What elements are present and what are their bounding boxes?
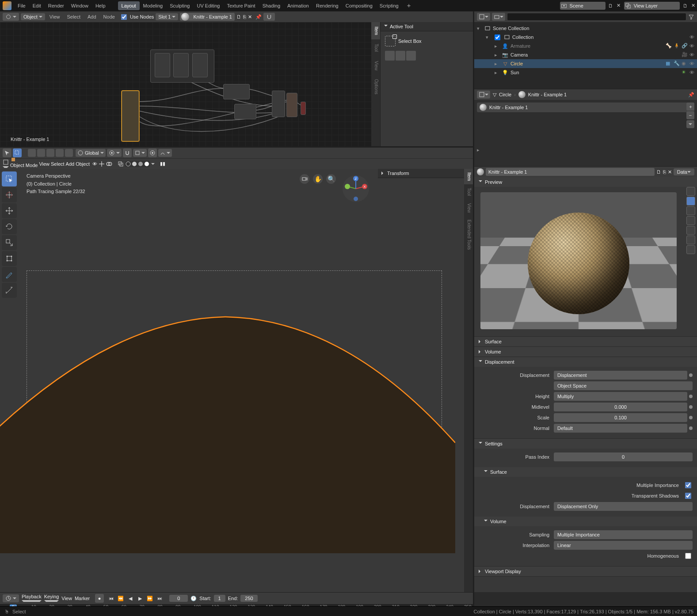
visibility-icon[interactable]: 👁	[689, 70, 694, 75]
collection-enable[interactable]	[495, 34, 500, 40]
preview-shaderball[interactable]	[686, 226, 695, 235]
socket-icon[interactable]	[689, 395, 693, 398]
select-mode-1[interactable]	[28, 149, 36, 157]
material-unlink-icon[interactable]: ✕	[248, 14, 252, 20]
vp-menu-select[interactable]: Select	[51, 161, 65, 167]
subsection-volume[interactable]: Volume	[474, 517, 697, 526]
node-menu-select[interactable]: Select	[64, 13, 83, 20]
tab-view[interactable]: View	[371, 57, 380, 75]
node[interactable]	[173, 53, 189, 77]
material-browse-icon[interactable]: 🗋	[236, 14, 241, 19]
material-icon[interactable]: ◉	[682, 61, 688, 67]
timeline-menu-keying[interactable]: Keying	[44, 594, 59, 603]
socket-icon[interactable]	[689, 416, 693, 419]
workspace-tab-uv[interactable]: UV Editing	[193, 1, 223, 10]
section-header-viewport-display[interactable]: Viewport Display	[474, 567, 697, 576]
tool-select-box[interactable]	[2, 171, 17, 186]
viewlayer-delete-icon[interactable]: ✕	[689, 2, 697, 9]
end-frame-field[interactable]: 250	[240, 595, 257, 602]
outliner-search[interactable]	[507, 13, 686, 21]
tool-transform[interactable]	[2, 251, 17, 266]
shading-popover[interactable]	[151, 162, 155, 166]
editor-type-selector[interactable]	[3, 13, 19, 21]
multiple-importance-checkbox[interactable]	[685, 482, 691, 488]
node[interactable]	[192, 53, 208, 77]
select-mode-set[interactable]	[385, 51, 395, 61]
jump-end-icon[interactable]: ⏭	[155, 594, 164, 603]
proportional-type[interactable]	[158, 149, 172, 157]
workspace-tab-layout[interactable]: Layout	[118, 1, 140, 10]
displacement-node-link[interactable]: Displacement	[554, 371, 687, 380]
node-selected[interactable]	[122, 91, 139, 141]
outliner-tree[interactable]: ▾ Scene Collection ▾ Collection 👁 ▸ 👤	[474, 22, 697, 89]
tree-row-sun[interactable]: ▸ 💡 Sun ☀ 👁	[474, 68, 697, 77]
normal-selector[interactable]: Default	[554, 424, 687, 433]
material-new-icon[interactable]: 🗋	[656, 169, 661, 175]
material-slot[interactable]: Knittr - Example 1	[477, 103, 694, 112]
xray-toggle[interactable]	[118, 161, 124, 167]
scene-new-icon[interactable]: 🗋	[607, 2, 614, 9]
node-menu-view[interactable]: View	[47, 13, 63, 20]
shading-lookdev[interactable]	[137, 161, 144, 167]
preview-range-icon[interactable]: 🕐	[190, 596, 197, 601]
preview-sphere[interactable]	[686, 197, 695, 205]
menu-render[interactable]: Render	[45, 1, 68, 10]
slot-add-icon[interactable]: ＋	[686, 103, 694, 110]
render-region-icon[interactable]: ▮▮	[160, 161, 165, 167]
homogeneous-checkbox[interactable]	[685, 553, 691, 559]
menu-edit[interactable]: Edit	[29, 1, 45, 10]
viewlayer-selector[interactable]: View Layer	[624, 2, 680, 10]
editor-type[interactable]	[3, 594, 19, 602]
pass-index-field[interactable]: 0	[554, 452, 693, 461]
timeline-menu-playback[interactable]: Playback	[22, 594, 42, 603]
workspace-tab-modeling[interactable]: Modeling	[140, 1, 167, 10]
timeline-menu-marker[interactable]: Marker	[75, 596, 90, 601]
start-frame-field[interactable]: 1	[214, 595, 225, 602]
camera-data-icon[interactable]: 🎥	[682, 52, 688, 58]
tree-row-camera[interactable]: ▸ 📷 Camera 🎥 👁	[474, 50, 697, 59]
shader-type-selector[interactable]: Object	[21, 13, 45, 20]
select-mode-subtract[interactable]	[406, 51, 416, 61]
outliner-display-mode[interactable]	[492, 13, 505, 21]
workspace-add-icon[interactable]: ＋	[402, 0, 415, 11]
slot-remove-icon[interactable]: −	[686, 111, 694, 119]
workspace-tab-scripting[interactable]: Scripting	[376, 1, 402, 10]
material-unlink-icon[interactable]: ✕	[668, 169, 672, 175]
orientation-selector[interactable]: Global	[76, 149, 106, 157]
viewport-canvas[interactable]: Camera Perspective (0) Collection | Circ…	[0, 169, 473, 592]
snap-toggle[interactable]	[263, 13, 275, 21]
shading-solid[interactable]	[131, 161, 137, 167]
proportional-toggle[interactable]	[148, 148, 157, 157]
play-reverse-icon[interactable]: ◀	[126, 594, 135, 603]
current-frame-field[interactable]: 0	[169, 595, 188, 602]
visibility-icon[interactable]: 👁	[689, 61, 694, 66]
gizmo-toggle[interactable]	[99, 161, 105, 167]
preview-hair[interactable]	[686, 216, 695, 225]
node[interactable]	[272, 91, 285, 117]
preview-cloth[interactable]	[686, 236, 695, 244]
material-copy-icon[interactable]: ⎘	[663, 169, 666, 175]
pivot-selector[interactable]	[107, 149, 122, 157]
menu-window[interactable]: Window	[68, 1, 92, 10]
workspace-tab-shading[interactable]: Shading	[259, 1, 284, 10]
section-header-settings[interactable]: Settings	[474, 439, 697, 449]
node-output[interactable]	[301, 102, 306, 115]
node[interactable]	[286, 93, 297, 117]
auto-key-icon[interactable]: ●	[95, 594, 104, 603]
editor-type-icon[interactable]	[3, 159, 9, 169]
interpolation-selector[interactable]: Linear	[554, 541, 693, 550]
shading-rendered[interactable]	[144, 161, 150, 167]
tree-row-collection[interactable]: ▾ Collection 👁	[474, 33, 697, 42]
node-canvas[interactable]: Knittr - Example 1 Item Tool View Option…	[0, 22, 473, 146]
modifier-icon[interactable]: 🔧	[674, 61, 680, 67]
visibility-icon[interactable]: 👁	[689, 34, 694, 40]
navigation-gizmo[interactable]: X Z	[340, 173, 371, 204]
vp-menu-object[interactable]: Object	[76, 161, 90, 167]
snap-toggle[interactable]	[123, 148, 132, 157]
workspace-tab-animation[interactable]: Animation	[284, 1, 312, 10]
socket-icon[interactable]	[689, 426, 693, 430]
section-header-preview[interactable]: Preview	[474, 177, 697, 187]
active-tool-header[interactable]: Active Tool	[381, 22, 473, 31]
scale-field[interactable]: 0.100	[554, 413, 687, 422]
select-mode-5[interactable]	[65, 149, 73, 157]
